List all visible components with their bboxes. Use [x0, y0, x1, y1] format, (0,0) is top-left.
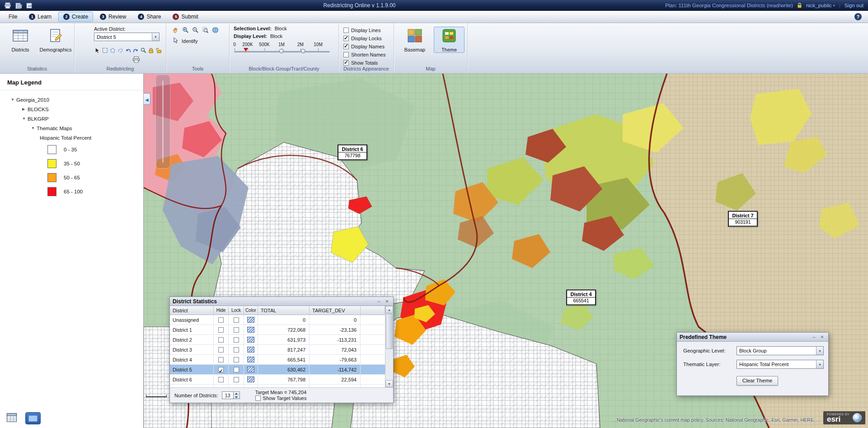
undo-icon[interactable]: [125, 47, 131, 54]
tab-create[interactable]: 2Create: [58, 12, 93, 22]
panel-title-bar[interactable]: Predefined Theme: [677, 333, 828, 342]
stepper-down-icon[interactable]: [234, 395, 239, 399]
table-row[interactable]: District 2 631,973 -113,231: [170, 335, 385, 345]
table-row[interactable]: District 3 817,247 72,043: [170, 345, 385, 355]
stepper-up-icon[interactable]: [234, 392, 239, 395]
lock-checkbox[interactable]: [234, 327, 239, 333]
districts-button[interactable]: Districts: [5, 27, 36, 53]
pointer-tool-icon[interactable]: [94, 47, 101, 54]
collapse-icon[interactable]: [31, 126, 37, 130]
tree-node-blkgrp[interactable]: BLKGRP: [0, 114, 143, 123]
lock-checkbox[interactable]: [234, 357, 239, 362]
scroll-down-icon[interactable]: ▼: [385, 380, 393, 387]
zoom-extent-icon[interactable]: [202, 26, 209, 34]
minimized-map-panel-button[interactable]: [25, 412, 41, 424]
color-swatch-button[interactable]: [247, 327, 254, 333]
thematic-layer-select[interactable]: Hispanic Total Percent: [737, 360, 824, 369]
hide-checkbox[interactable]: [218, 367, 224, 372]
zoom-out-icon[interactable]: [192, 26, 199, 34]
full-extent-globe-icon[interactable]: [211, 26, 219, 34]
table-row-selected[interactable]: District 5 630,462 -114,742: [170, 365, 385, 375]
pan-hand-icon[interactable]: [172, 26, 179, 34]
display-names-checkbox-row[interactable]: Display Names: [343, 42, 394, 51]
slider-thumb[interactable]: [301, 49, 305, 53]
tree-node-georgia-2010[interactable]: Georgia_2010: [0, 95, 143, 104]
redo-icon[interactable]: [132, 47, 139, 54]
geographic-level-select[interactable]: Block Group: [737, 346, 824, 355]
display-locks-checkbox-row[interactable]: Display Locks: [343, 34, 394, 42]
slider-red-marker[interactable]: [244, 48, 248, 52]
minimized-table-panel-button[interactable]: [6, 413, 17, 424]
checkbox[interactable]: [343, 52, 349, 57]
identify-tool[interactable]: Identify: [173, 37, 197, 45]
lock-checkbox[interactable]: [234, 317, 239, 323]
number-of-districts-stepper[interactable]: 13: [222, 391, 240, 399]
shorten-names-checkbox-row[interactable]: Shorten Names: [343, 51, 394, 59]
lock-checkbox[interactable]: [234, 367, 239, 372]
hide-checkbox[interactable]: [218, 357, 224, 362]
table-row[interactable]: District 6 767,798 22,594: [170, 375, 385, 385]
display-level-slider[interactable]: 0 200K 500K 1M 2M 10M: [230, 41, 339, 59]
color-swatch-button[interactable]: [247, 376, 254, 382]
magnifier-icon[interactable]: [140, 47, 147, 54]
hide-checkbox[interactable]: [218, 347, 224, 353]
hide-checkbox[interactable]: [218, 327, 224, 333]
print-setup-icon[interactable]: [14, 2, 22, 9]
basemap-button[interactable]: Basemap: [399, 27, 430, 53]
collapse-icon[interactable]: [11, 98, 16, 102]
sign-out-link[interactable]: Sign out: [845, 3, 863, 8]
clear-theme-button[interactable]: Clear Theme: [737, 376, 778, 386]
close-icon[interactable]: [384, 298, 390, 305]
panel-title-bar[interactable]: District Statistics: [170, 297, 393, 306]
show-target-values-checkbox[interactable]: [255, 395, 261, 401]
tree-node-thematic-maps[interactable]: Thematic Maps: [0, 123, 143, 133]
checkbox[interactable]: [343, 44, 349, 49]
hide-checkbox[interactable]: [218, 317, 224, 323]
tab-share[interactable]: 4Share: [133, 12, 166, 22]
checkbox[interactable]: [343, 36, 349, 41]
checkbox[interactable]: [343, 60, 349, 66]
print-icon[interactable]: [4, 2, 11, 9]
expand-icon[interactable]: [22, 107, 28, 111]
close-icon[interactable]: [819, 334, 826, 340]
active-district-select[interactable]: District 5: [94, 33, 160, 41]
tab-learn[interactable]: 1Learn: [24, 12, 56, 22]
scrollbar-thumb[interactable]: [386, 314, 393, 349]
lock-icon[interactable]: [148, 47, 155, 54]
theme-button[interactable]: Theme: [434, 27, 464, 53]
scroll-up-icon[interactable]: ▲: [385, 306, 393, 313]
table-scrollbar[interactable]: ▲ ▼: [385, 306, 393, 387]
color-swatch-button[interactable]: [247, 347, 254, 353]
color-swatch-button[interactable]: [247, 337, 254, 343]
minimize-icon[interactable]: [375, 298, 382, 305]
export-map-icon[interactable]: [25, 2, 33, 9]
zoom-in-icon[interactable]: [182, 26, 189, 34]
minimize-icon[interactable]: [811, 334, 817, 340]
color-swatch-button[interactable]: [247, 317, 254, 323]
color-swatch-button[interactable]: [247, 357, 254, 362]
table-row[interactable]: Unassigned 0 0: [170, 315, 385, 325]
table-row[interactable]: District 1 722,068 -23,136: [170, 325, 385, 335]
select-polygon-icon[interactable]: [109, 47, 116, 54]
lock-checkbox[interactable]: [234, 347, 239, 353]
print-district-report-button[interactable]: [132, 56, 140, 65]
user-menu[interactable]: nick_public: [806, 3, 835, 8]
collapse-icon[interactable]: [22, 117, 28, 121]
unlock-icon[interactable]: [155, 47, 162, 54]
slider-thumb[interactable]: [279, 49, 284, 53]
select-rectangle-icon[interactable]: [102, 47, 108, 54]
demographics-button[interactable]: Demographics: [40, 27, 71, 53]
display-lines-checkbox-row[interactable]: Display Lines: [343, 26, 394, 34]
select-freehand-icon[interactable]: [117, 47, 124, 54]
lock-checkbox[interactable]: [234, 337, 239, 343]
map-zoom-slider[interactable]: [155, 75, 170, 169]
color-swatch-button[interactable]: [247, 367, 254, 372]
hide-checkbox[interactable]: [218, 337, 224, 343]
tab-review[interactable]: 3Review: [95, 12, 131, 22]
help-icon[interactable]: ?: [854, 13, 862, 20]
table-row[interactable]: District 4 665,541 -79,663: [170, 355, 385, 365]
show-target-values-row[interactable]: Show Target Values: [255, 395, 307, 401]
tree-node-blocks[interactable]: BLOCKS: [0, 104, 143, 114]
tab-submit[interactable]: 5Submit: [168, 12, 203, 22]
sidebar-collapse-button[interactable]: [144, 93, 150, 105]
